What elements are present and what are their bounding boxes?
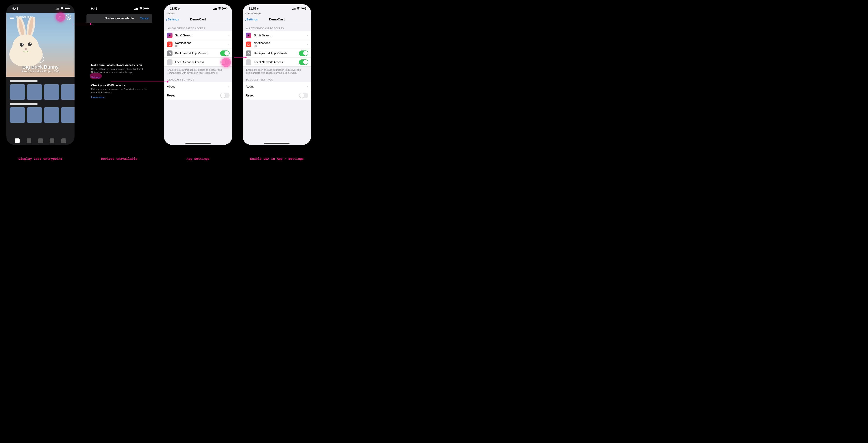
breadcrumb[interactable]: DemoCast app: [243, 12, 311, 15]
status-time: 11:57➤: [249, 7, 259, 10]
tip-title: Check your Wi-Fi network: [91, 84, 147, 87]
thumb[interactable]: [44, 84, 59, 100]
tip-body: Go to Settings on this phone and check t…: [91, 67, 147, 74]
svg-rect-0: [56, 9, 56, 10]
cell-notifications[interactable]: ◻ Notifications Off ›: [164, 40, 232, 49]
highlight-cast: [56, 12, 65, 22]
toggle-reset[interactable]: [220, 93, 229, 98]
back-button[interactable]: ‹Settings: [166, 18, 179, 21]
group-header: DEMOCAST SETTINGS: [164, 74, 232, 82]
thumb[interactable]: [61, 107, 74, 123]
nav-title: DemoCast: [269, 18, 285, 21]
cell-label: Local Network Access: [254, 61, 283, 64]
cell-about[interactable]: About ›: [243, 82, 311, 91]
flow-arrow: [234, 57, 247, 58]
svg-point-14: [20, 43, 24, 46]
wifi-icon: [139, 7, 143, 10]
cell-bg-refresh[interactable]: ⚙ Background App Refresh: [164, 49, 232, 58]
section-placeholder: [10, 80, 37, 82]
tab-item[interactable]: [61, 138, 66, 143]
highlight-settings-link: [90, 73, 102, 79]
home-indicator: [185, 143, 211, 144]
flow-arrow: [72, 24, 93, 24]
toggle-bg-refresh[interactable]: [220, 51, 229, 56]
thumb[interactable]: [61, 84, 74, 100]
cell-siri[interactable]: ✦ Siri & Search ›: [164, 31, 232, 40]
cellular-icon: [56, 7, 59, 10]
cell-siri[interactable]: ✦ Siri & Search ›: [243, 31, 311, 40]
thumb[interactable]: [10, 107, 25, 123]
cell-labels: Notifications Off: [254, 41, 270, 47]
cell-lna[interactable]: Local Network Access: [243, 58, 311, 67]
cell-lna[interactable]: Local Network Access: [164, 58, 232, 67]
flow-arrow: [111, 82, 169, 82]
cell-reset[interactable]: Reset: [164, 91, 232, 100]
location-icon: ➤: [257, 7, 259, 10]
profile-icon[interactable]: [66, 14, 71, 20]
learn-more-link[interactable]: Learn more: [91, 96, 104, 99]
gear-icon: ⚙: [246, 51, 251, 56]
topbar-right: [58, 14, 71, 20]
status-icons: [134, 7, 149, 10]
troubleshoot-tips: Make sure Local Network Access is on Go …: [85, 63, 153, 99]
navbar: ‹Settings DemoCast: [243, 15, 311, 23]
gear-icon: ⚙: [167, 51, 173, 56]
svg-rect-27: [214, 8, 215, 10]
svg-rect-21: [136, 8, 137, 10]
svg-rect-31: [223, 8, 226, 9]
thumb-row[interactable]: [6, 107, 74, 123]
cell-label: Siri & Search: [254, 34, 271, 37]
chevron-right-icon: ›: [228, 85, 229, 88]
svg-rect-34: [293, 8, 294, 10]
cancel-button[interactable]: Cancel: [140, 17, 149, 20]
cellular-icon: [134, 7, 138, 10]
svg-rect-35: [294, 8, 294, 10]
cell-reset[interactable]: Reset: [243, 91, 311, 100]
breadcrumb[interactable]: Search: [164, 12, 232, 15]
tab-item[interactable]: [27, 138, 31, 143]
svg-rect-29: [216, 8, 217, 10]
thumb[interactable]: [27, 84, 42, 100]
svg-rect-36: [295, 8, 296, 10]
thumb-row[interactable]: [6, 84, 74, 100]
svg-rect-5: [65, 8, 69, 9]
cell-label: Siri & Search: [175, 34, 192, 37]
cell-label: About: [246, 85, 254, 88]
cell-sublabel: Off: [175, 45, 191, 47]
tab-item[interactable]: [15, 138, 20, 143]
chevron-right-icon: ›: [307, 42, 308, 46]
toggle-reset[interactable]: [299, 93, 308, 98]
status-icons: [56, 7, 70, 10]
cell-notifications[interactable]: ◻ Notifications Off ›: [243, 40, 311, 49]
status-time: 11:57➤: [170, 7, 180, 10]
chevron-right-icon: ›: [307, 85, 308, 88]
highlight-lna-toggle: [221, 58, 231, 67]
svg-rect-32: [227, 8, 227, 9]
svg-rect-19: [134, 9, 135, 10]
lna-icon: [246, 59, 251, 65]
toggle-bg-refresh[interactable]: [299, 51, 308, 56]
svg-rect-39: [306, 8, 306, 9]
status-bar: 11:57➤: [164, 4, 232, 13]
cell-about[interactable]: About ›: [164, 82, 232, 91]
cell-sublabel: Off: [254, 45, 270, 47]
svg-rect-6: [69, 8, 70, 9]
thumb[interactable]: [44, 107, 59, 123]
footer-note: Enabled to allow this app permission to …: [243, 67, 311, 74]
toggle-lna[interactable]: [299, 59, 308, 65]
tab-item[interactable]: [38, 138, 43, 143]
back-button[interactable]: ‹Settings: [245, 18, 258, 21]
cell-bg-refresh[interactable]: ⚙ Background App Refresh: [243, 49, 311, 58]
home-indicator: [264, 143, 290, 144]
section-placeholder: [10, 103, 37, 105]
status-bar: 9:41: [6, 4, 74, 13]
chevron-right-icon: ›: [228, 42, 229, 46]
tip-wifi: Check your Wi-Fi network Make sure your …: [91, 84, 147, 99]
thumb[interactable]: [10, 84, 25, 100]
cast-icon[interactable]: [58, 15, 63, 20]
tab-item[interactable]: [50, 138, 54, 143]
svg-rect-1: [57, 8, 57, 10]
svg-rect-28: [215, 8, 216, 10]
cellular-icon: [213, 7, 217, 10]
thumb[interactable]: [27, 107, 42, 123]
